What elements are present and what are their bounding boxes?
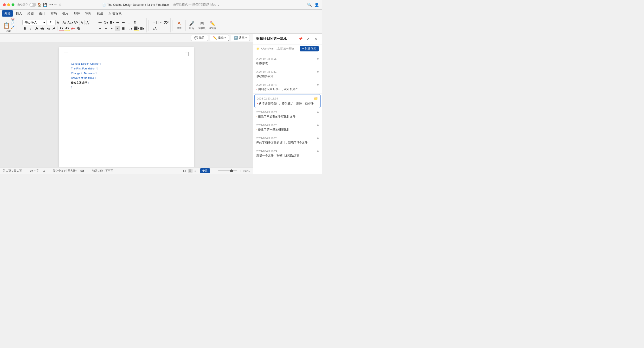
share-btn[interactable]: ⬆️ 共享 ▾ — [231, 35, 250, 41]
numbered-list-btn[interactable]: ①▾ — [103, 20, 108, 25]
sort2-btn[interactable]: ↕A — [152, 26, 158, 31]
menu-item-draw[interactable]: 绘图 — [25, 10, 36, 16]
align-left-btn[interactable]: ≡ — [98, 26, 103, 31]
home-icon[interactable]: 🏠 — [38, 3, 42, 7]
comment-btn[interactable]: 💬 批注 — [191, 35, 208, 41]
load-items-btn[interactable]: ⊞ 加载项 — [197, 19, 207, 32]
sort-btn[interactable]: ↕ — [126, 20, 132, 25]
font-size-input[interactable]: 11 — [47, 20, 56, 25]
dictate-btn[interactable]: 🎤 听写 — [188, 19, 196, 32]
doc-text-4[interactable]: Beware of the Mule — [71, 76, 94, 81]
menu-item-design[interactable]: 设计 — [36, 10, 48, 16]
close-icon[interactable]: ✕ — [313, 36, 319, 42]
cut-icon[interactable]: ✂️ — [11, 18, 15, 22]
doc-text-5[interactable]: 修改文案过程 — [71, 81, 87, 85]
style-btn[interactable]: A 样式 — [175, 19, 184, 32]
doc-text-1[interactable]: General Design Outline — [71, 61, 98, 66]
underline-btn[interactable]: U▾ — [34, 26, 39, 31]
document-scroll[interactable]: General Design Outline ¶ The First Found… — [0, 42, 253, 167]
view-toggle-icon1[interactable]: ⊡ — [183, 169, 186, 173]
font-case-btn[interactable]: Aa▾ — [68, 20, 73, 25]
menu-item-reference[interactable]: 引用 — [60, 10, 71, 16]
char-shade-btn[interactable]: A▾ — [70, 26, 76, 31]
line-spacing-btn[interactable]: ↕▾ — [128, 26, 133, 31]
phonetic-btn[interactable]: ⓐ — [76, 26, 81, 31]
font-circle-btn[interactable]: A — [85, 20, 90, 25]
undo-btn[interactable]: ↩ ▾ — [48, 3, 53, 6]
view-toggle-icon2[interactable]: ☰ — [188, 169, 192, 173]
format-painter-icon[interactable]: 🖌️ — [11, 25, 15, 29]
history-item[interactable]: 2024-02-23 18:24 新增一个文件，谢顿计划初始方案 — [253, 147, 322, 160]
menu-item-insert[interactable]: 插入 — [14, 10, 24, 16]
align-center-btn[interactable]: ≡ — [103, 26, 108, 31]
save-icon[interactable]: 💾 — [43, 3, 47, 7]
history-item[interactable]: 2024-02-28 13:56 修改概要设计 — [253, 68, 322, 81]
doc-text-2[interactable]: The First Foundation — [71, 66, 96, 71]
close-button[interactable] — [3, 3, 6, 6]
zoom-in-btn[interactable]: + — [239, 169, 241, 173]
border-btn[interactable]: ⊡▾ — [140, 26, 145, 31]
strikethrough-btn[interactable]: ab — [40, 26, 45, 31]
menu-item-view[interactable]: 视图 — [94, 10, 106, 16]
distributed-btn[interactable]: ⊞ — [120, 26, 126, 31]
track-changes-icon[interactable]: ⊡ — [43, 169, 45, 172]
search-icon[interactable]: 🔍 — [307, 2, 312, 7]
align-justify-btn[interactable]: ≡ — [115, 26, 120, 31]
font-family-select[interactable]: 等线 (中文... — [22, 20, 46, 25]
menu-item-mail[interactable]: 邮件 — [71, 10, 82, 16]
italic-btn[interactable]: I — [28, 26, 34, 31]
shading-btn[interactable]: ⬛▾ — [134, 26, 139, 31]
font-grow-btn[interactable]: A↑ — [56, 20, 61, 25]
paste-icon[interactable]: 📋 — [3, 22, 10, 29]
history-item[interactable]: 2024-02-23 18:29 删除了不必要的手臂设计文件 — [253, 108, 322, 121]
copy-icon[interactable]: 📄 — [11, 22, 15, 25]
chinese-layout-btn[interactable]: 文▾ — [164, 20, 169, 25]
print-icon[interactable]: 🖨 — [58, 3, 61, 7]
outline-btn[interactable]: ☰▾ — [109, 20, 114, 25]
menu-item-help[interactable]: ⚠ 告诉我 — [106, 10, 124, 16]
document-content[interactable]: General Design Outline ¶ The First Found… — [71, 61, 182, 90]
more-btn[interactable]: ··· — [63, 3, 65, 6]
minimize-button[interactable] — [7, 3, 10, 6]
pin-icon[interactable]: 📌 — [298, 36, 303, 42]
bold-btn[interactable]: B — [22, 26, 28, 31]
zoom-out-btn[interactable]: − — [214, 169, 216, 173]
auto-save-toggle[interactable] — [29, 3, 36, 7]
edit-btn[interactable]: ✏️ 编辑 ▾ — [210, 35, 229, 41]
doc-text-3[interactable]: Change to Terminus — [71, 71, 94, 76]
editor-btn[interactable]: ✏️ 编辑器 — [208, 19, 217, 32]
user-icon[interactable]: 👤 — [314, 2, 319, 7]
font-a-btn[interactable]: A — [79, 20, 84, 25]
menu-item-start[interactable]: 开始 — [2, 10, 13, 16]
align-right-btn[interactable]: ≡ — [109, 26, 114, 31]
view-toggle-icon3[interactable]: ≡ — [194, 169, 196, 173]
highlight-btn[interactable]: A▾ — [64, 26, 70, 31]
bullet-list-btn[interactable]: ≡▾ — [98, 20, 103, 25]
clear-format-btn[interactable]: A✕ — [74, 20, 79, 25]
folder-icon[interactable]: 📁 — [314, 97, 318, 100]
indent-increase-btn[interactable]: ⇥ — [120, 20, 126, 25]
expand-icon[interactable]: ⤢ — [305, 36, 311, 42]
indent-decrease-btn[interactable]: ⇤ — [115, 20, 120, 25]
history-item-active[interactable]: 2024-02-23 18:34 📁 新增机器狗设计、修改骡子、删除一些部件 — [254, 94, 320, 108]
decr-indent-btn2[interactable]: |← — [158, 20, 163, 25]
zoom-slider[interactable] — [218, 171, 237, 171]
superscript-btn[interactable]: x² — [51, 26, 56, 31]
show-marks-btn[interactable]: ¶ — [132, 20, 138, 25]
menu-item-review[interactable]: 审阅 — [83, 10, 94, 16]
history-list[interactable]: 2024-02-28 15:39 细微修改 2024-02-28 13:56 修… — [253, 53, 322, 174]
focus-mode-btn[interactable]: 专注 — [200, 168, 210, 173]
redo-btn[interactable]: ↪ — [54, 3, 56, 6]
menu-item-layout[interactable]: 布局 — [48, 10, 59, 16]
create-archive-btn[interactable]: + 创建存档 — [300, 46, 319, 51]
maximize-button[interactable] — [12, 3, 14, 6]
document-page[interactable]: General Design Outline ¶ The First Found… — [59, 47, 194, 167]
incr-indent-btn2[interactable]: →| — [152, 20, 158, 25]
font-color-a-btn[interactable]: A▾ — [59, 26, 64, 31]
history-item[interactable]: 2024-02-23 18:48 回到源头重新设计，设计机器车 — [253, 81, 322, 94]
history-item[interactable]: 2024-02-23 18:28 修改了第一基地概要设计 — [253, 121, 322, 134]
history-item[interactable]: 2024-02-28 15:39 细微修改 — [253, 55, 322, 68]
font-shrink-btn[interactable]: A↓ — [62, 20, 67, 25]
history-item[interactable]: 2024-02-23 18:25 开始了初步方案的设计，新增了N个文件 — [253, 134, 322, 147]
subscript-btn[interactable]: x₂ — [46, 26, 51, 31]
